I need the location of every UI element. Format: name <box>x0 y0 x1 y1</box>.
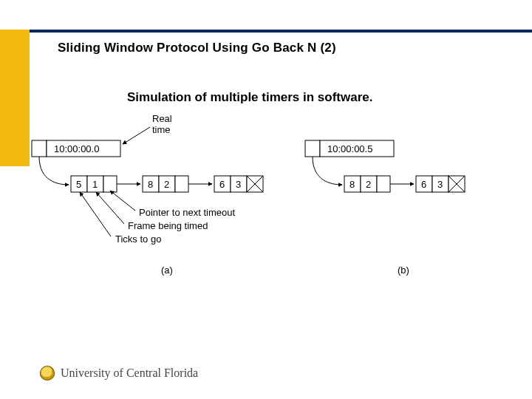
timers-diagram: 10:00:00.0 Real time 5 1 8 2 6 3 Pointer… <box>28 111 516 296</box>
node-b2-frame: 3 <box>437 179 443 190</box>
svg-line-18 <box>80 192 111 236</box>
label-frame: Frame being timed <box>128 220 208 231</box>
svg-rect-0 <box>32 140 47 157</box>
node-a1-ticks: 5 <box>76 179 81 190</box>
page-title: Sliding Window Protocol Using Go Back N … <box>58 41 336 55</box>
svg-rect-5 <box>103 176 117 192</box>
svg-line-2 <box>123 127 150 144</box>
label-pointer: Pointer to next timeout <box>139 207 235 218</box>
node-b2-ticks: 6 <box>421 179 426 190</box>
footer-text: University of Central Florida <box>61 366 198 380</box>
header-rule <box>0 30 532 33</box>
node-b1-frame: 2 <box>366 179 371 190</box>
node-a3-frame: 3 <box>236 179 241 190</box>
head-time-b: 10:00:00.5 <box>327 143 372 154</box>
svg-line-16 <box>110 191 135 211</box>
node-a2-ticks: 8 <box>148 179 153 190</box>
page-subtitle: Simulation of multiple timers in softwar… <box>127 90 373 105</box>
real-time-label-line2: time <box>152 124 171 135</box>
node-a3-ticks: 6 <box>219 179 225 190</box>
node-a2-frame: 2 <box>164 179 169 190</box>
label-ticks: Ticks to go <box>115 233 161 245</box>
real-time-label-line1: Real <box>152 113 172 124</box>
caption-a: (a) <box>161 265 173 276</box>
ucf-seal-icon <box>40 366 55 381</box>
svg-rect-9 <box>175 176 188 192</box>
svg-rect-19 <box>305 140 320 157</box>
accent-bar <box>0 30 30 166</box>
footer: University of Central Florida <box>40 366 198 381</box>
caption-b: (b) <box>398 265 409 276</box>
svg-line-17 <box>96 192 124 224</box>
head-time-a: 10:00:00.0 <box>54 143 99 154</box>
node-a1-frame: 1 <box>92 179 98 190</box>
node-b1-ticks: 8 <box>349 179 355 190</box>
svg-rect-23 <box>377 176 390 192</box>
